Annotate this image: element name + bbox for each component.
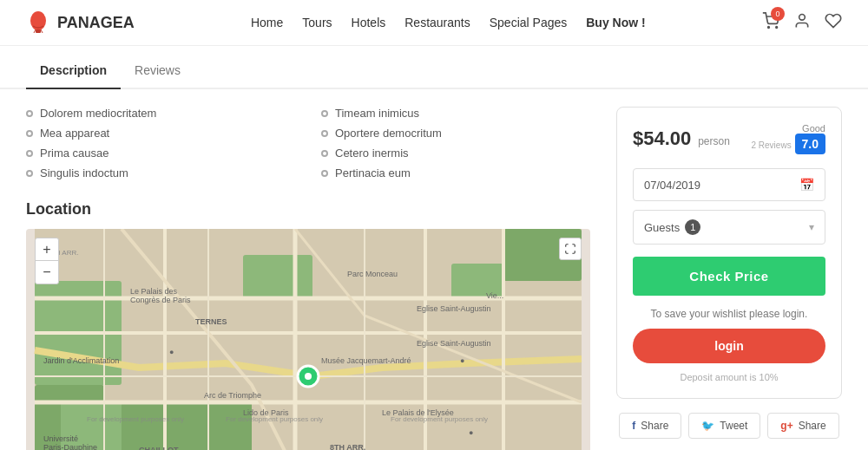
- feature-dot: [321, 170, 328, 177]
- feature-dot: [26, 150, 33, 157]
- feature-item: Oportere democritum: [321, 127, 590, 140]
- twitter-share-button[interactable]: 🐦 Tweet: [688, 413, 760, 439]
- right-column: $54.00 person Good 2 Reviews 7.0 07/04/2…: [616, 107, 842, 450]
- balloon-icon: [26, 10, 50, 35]
- feature-dot: [26, 170, 33, 177]
- gplus-share-button[interactable]: g+ Share: [767, 413, 838, 439]
- svg-line-2: [34, 29, 36, 33]
- facebook-share-button[interactable]: f Share: [619, 413, 681, 439]
- svg-text:Paris-Dauphine: Paris-Dauphine: [43, 443, 97, 450]
- svg-text:Université: Université: [43, 434, 78, 443]
- facebook-icon: f: [632, 420, 635, 432]
- feature-dot: [321, 150, 328, 157]
- svg-text:●: ●: [169, 348, 174, 356]
- zoom-out-button[interactable]: −: [36, 261, 58, 284]
- rating-reviews: 2 Reviews: [752, 140, 792, 150]
- feature-dot: [26, 130, 33, 137]
- date-picker[interactable]: 07/04/2019 📅: [633, 168, 825, 201]
- calendar-icon: 📅: [799, 178, 814, 192]
- chevron-down-icon: ▾: [809, 221, 814, 233]
- feature-item: Mea appareat: [26, 127, 295, 140]
- feature-item: Prima causae: [26, 147, 295, 160]
- rating-label: Good: [752, 123, 826, 134]
- feature-text: Singulis indoctum: [40, 166, 128, 179]
- main-nav: Home Tours Hotels Restaurants Special Pa…: [251, 16, 646, 29]
- location-title: Location: [26, 200, 590, 218]
- feature-text: Prima causae: [40, 147, 108, 160]
- deposit-text: Deposit amount is 10%: [633, 372, 825, 382]
- feature-dot: [321, 130, 328, 137]
- facebook-share-label: Share: [641, 420, 668, 432]
- feature-item: Dolorem mediocritatem: [26, 107, 295, 120]
- brand-name: PANAGEA: [57, 14, 135, 32]
- map-svg: Le Palais des Congrès de Paris TERNES Pa…: [26, 229, 590, 450]
- nav-restaurants[interactable]: Restaurants: [404, 16, 470, 29]
- svg-text:For development purposes only: For development purposes only: [226, 415, 323, 423]
- svg-text:●: ●: [469, 428, 473, 437]
- svg-text:Le Palais des: Le Palais des: [130, 287, 178, 296]
- svg-text:●: ●: [460, 356, 464, 365]
- svg-point-54: [305, 373, 312, 380]
- features-list: Dolorem mediocritatem Timeam inimicus Me…: [26, 107, 590, 179]
- left-column: Dolorem mediocritatem Timeam inimicus Me…: [26, 107, 590, 450]
- nav-special-pages[interactable]: Special Pages: [490, 16, 568, 29]
- map[interactable]: Le Palais des Congrès de Paris TERNES Pa…: [26, 229, 590, 450]
- feature-item: Timeam inimicus: [321, 107, 590, 120]
- tab-reviews[interactable]: Reviews: [121, 53, 194, 89]
- content-tabs: Description Reviews: [0, 53, 868, 89]
- price-container: $54.00 person: [633, 127, 730, 150]
- svg-text:TERNES: TERNES: [195, 317, 227, 326]
- cart-badge: 0: [771, 7, 785, 21]
- nav-home[interactable]: Home: [251, 16, 283, 29]
- wishlist-button[interactable]: [825, 12, 842, 34]
- guests-selector[interactable]: Guests 1 ▾: [633, 210, 825, 245]
- check-price-button[interactable]: Check Price: [633, 257, 825, 296]
- gplus-share-label: Share: [799, 420, 826, 432]
- price-rating-row: $54.00 person Good 2 Reviews 7.0: [633, 123, 825, 154]
- svg-text:Eglise Saint-Augustin: Eglise Saint-Augustin: [417, 339, 491, 348]
- twitter-tweet-label: Tweet: [720, 420, 747, 432]
- map-fullscreen-button[interactable]: [559, 238, 582, 260]
- nav-tours[interactable]: Tours: [302, 16, 332, 29]
- header-actions: 0: [762, 12, 842, 34]
- zoom-in-button[interactable]: +: [36, 238, 58, 261]
- tab-description[interactable]: Description: [26, 53, 121, 89]
- feature-text: Timeam inimicus: [335, 107, 419, 120]
- svg-text:Parc Monceau: Parc Monceau: [347, 270, 398, 278]
- svg-text:Jardin d'Acclimatation: Jardin d'Acclimatation: [43, 356, 119, 365]
- rating-container: Good 2 Reviews 7.0: [752, 123, 826, 154]
- guests-left: Guests 1: [644, 219, 700, 235]
- svg-point-6: [776, 26, 778, 28]
- header: PANAGEA Home Tours Hotels Restaurants Sp…: [0, 0, 868, 46]
- feature-text: Mea appareat: [40, 127, 109, 140]
- login-button[interactable]: login: [633, 329, 825, 363]
- svg-text:For development purposes only: For development purposes only: [87, 415, 184, 423]
- user-button[interactable]: [793, 12, 811, 34]
- feature-text: Cetero inermis: [335, 147, 409, 160]
- rating-badge: 7.0: [795, 134, 825, 154]
- svg-text:For development purposes only: For development purposes only: [391, 415, 488, 423]
- price-per: person: [698, 135, 730, 147]
- guest-count-badge: 1: [685, 219, 700, 235]
- feature-dot: [26, 110, 33, 117]
- date-value: 07/04/2019: [644, 179, 700, 192]
- svg-text:CHAILLOT: CHAILLOT: [139, 446, 179, 450]
- nav-hotels[interactable]: Hotels: [352, 16, 386, 29]
- map-zoom-controls: + −: [35, 238, 59, 284]
- svg-text:8TH ARR.: 8TH ARR.: [330, 443, 365, 450]
- feature-item: Pertinacia eum: [321, 166, 590, 179]
- guests-label: Guests: [644, 221, 680, 234]
- svg-text:Vie...: Vie...: [486, 291, 503, 300]
- svg-text:Arc de Triomphe: Arc de Triomphe: [204, 391, 261, 400]
- svg-rect-12: [243, 255, 312, 298]
- wishlist-message: To save your wishlist please login.: [633, 308, 825, 320]
- feature-dot: [321, 110, 328, 117]
- svg-text:Musée Jacquemart-André: Musée Jacquemart-André: [321, 356, 411, 365]
- feature-text: Dolorem mediocritatem: [40, 107, 156, 120]
- nav-buy-now[interactable]: Buy Now !: [586, 16, 645, 29]
- svg-line-3: [41, 29, 43, 33]
- feature-item: Cetero inermis: [321, 147, 590, 160]
- cart-button[interactable]: 0: [762, 12, 779, 34]
- feature-text: Pertinacia eum: [335, 166, 411, 179]
- social-share: f Share 🐦 Tweet g+ Share: [616, 413, 842, 439]
